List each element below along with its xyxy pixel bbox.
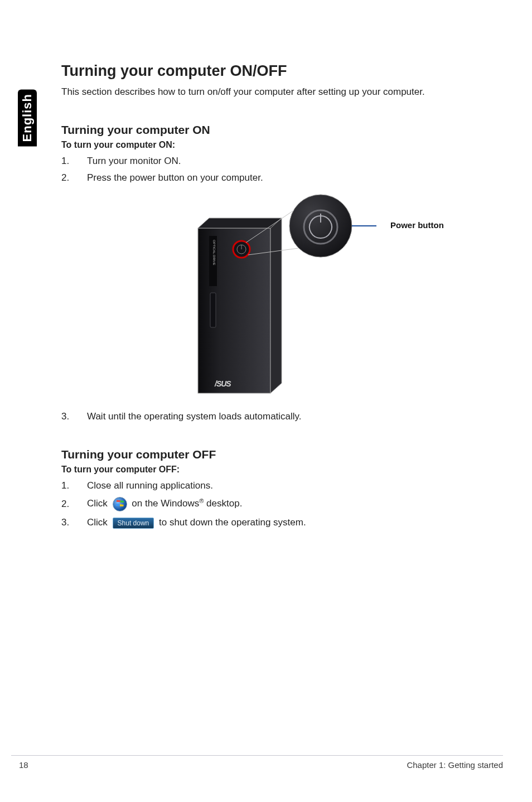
on-step-3: 3. Wait until the operating system loads… [61,411,502,422]
text-fragment: to shut down the operating system. [156,517,306,528]
text-fragment: on the Windows [132,498,199,509]
text-fragment: desktop. [204,498,242,509]
step-number: 1. [61,156,87,167]
optical-drive-label: OPTICAL DRIVE [212,240,216,265]
section-on-subhead: To turn your computer ON: [61,140,502,150]
language-tab: English [18,89,37,146]
section-off-subhead: To turn your computer OFF: [61,465,502,475]
step-text: Close all running applications. [87,480,213,491]
step-text: Wait until the operating system loads au… [87,411,302,422]
step-number: 2. [61,499,87,510]
step-text: Click Shut down to shut down the operati… [87,517,306,529]
svg-marker-1 [198,218,282,228]
svg-point-9 [289,195,352,257]
step-text: Turn your monitor ON. [87,156,181,167]
step-number: 1. [61,480,87,491]
chapter-label: Chapter 1: Getting started [407,760,503,770]
off-step-3: 3. Click Shut down to shut down the oper… [61,517,502,529]
page-number: 18 [19,760,28,770]
step-number: 3. [61,517,87,528]
off-step-1: 1. Close all running applications. [61,480,502,491]
off-steps-list: 1. Close all running applications. 2. Cl… [61,480,502,529]
page-content: Turning your computer ON/OFF This sectio… [61,62,502,539]
page-title: Turning your computer ON/OFF [61,62,502,80]
text-fragment: Click [87,517,110,528]
step-text: Click on the Windows® desktop. [87,497,242,511]
step-text: Press the power button on your computer. [87,172,263,183]
section-on-heading: Turning your computer ON [61,123,502,137]
svg-rect-8 [210,293,216,327]
text-fragment: Click [87,498,108,509]
off-step-2: 2. Click on the Windows® desktop. [61,497,502,511]
on-step-2: 2. Press the power button on your comput… [61,172,502,183]
on-steps-list-cont: 3. Wait until the operating system loads… [61,411,502,422]
windows-start-icon [113,497,127,511]
page-footer: 18 Chapter 1: Getting started [11,755,503,770]
brand-logo: /SUS [214,379,231,388]
intro-text: This section describes how to turn on/of… [61,86,502,98]
shut-down-button-graphic: Shut down [113,518,154,529]
power-button-illustration: OPTICAL DRIVE /SUS Power [61,194,502,394]
section-off-heading: Turning your computer OFF [61,448,502,461]
on-steps-list: 1. Turn your monitor ON. 2. Press the po… [61,156,502,183]
power-button-callout: Power button [390,220,444,230]
on-step-1: 1. Turn your monitor ON. [61,156,502,167]
step-number: 3. [61,411,87,422]
step-number: 2. [61,172,87,183]
svg-marker-2 [270,218,282,393]
